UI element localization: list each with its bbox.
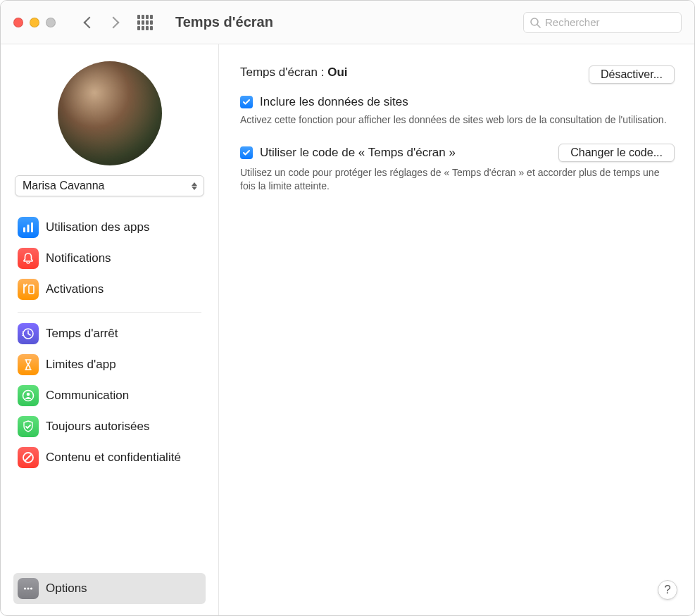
sidebar-item-app-limits[interactable]: Limites d'app [13, 349, 206, 380]
search-icon [530, 17, 541, 28]
bell-icon [18, 248, 39, 269]
user-picker-label: Marisa Cavanna [23, 180, 105, 192]
svg-point-16 [30, 587, 32, 589]
search-placeholder: Rechercher [545, 16, 600, 28]
titlebar: Temps d'écran Rechercher [1, 1, 694, 44]
passcode-setting: Utiliser le code de « Temps d'écran » Ch… [240, 144, 675, 193]
clock-icon [18, 323, 39, 344]
user-picker[interactable]: Marisa Cavanna [15, 175, 204, 196]
sidebar-item-label: Contenu et confidentialité [46, 451, 181, 465]
svg-line-1 [537, 25, 540, 27]
sidebar-item-pickups[interactable]: Activations [13, 274, 206, 305]
include-website-data-description: Activez cette fonction pour afficher les… [240, 113, 675, 127]
dropdown-arrows-icon [188, 179, 201, 193]
sidebar-item-communication[interactable]: Communication [13, 380, 206, 411]
sidebar-item-content-privacy[interactable]: Contenu et confidentialité [13, 442, 206, 473]
sidebar-item-label: Communication [46, 389, 129, 403]
minimize-window-button[interactable] [30, 18, 39, 27]
include-website-data-label: Inclure les données de sites [260, 95, 408, 109]
pickup-icon [18, 279, 39, 300]
sidebar-item-always-allowed[interactable]: Toujours autorisées [13, 411, 206, 442]
close-window-button[interactable] [13, 18, 23, 27]
nav-arrows [85, 18, 118, 27]
search-input[interactable]: Rechercher [523, 12, 682, 33]
zoom-window-button [46, 18, 56, 27]
use-passcode-description: Utilisez un code pour protéger les régla… [240, 166, 675, 193]
sidebar: Marisa Cavanna Utilisation des apps Not [1, 44, 219, 615]
svg-point-11 [27, 393, 30, 396]
sidebar-item-label: Utilisation des apps [46, 220, 149, 234]
change-passcode-button[interactable]: Changer le code... [558, 144, 675, 162]
show-all-prefs-button[interactable] [137, 15, 153, 30]
options-pane: Temps d'écran : Oui Désactiver... Inclur… [219, 44, 694, 615]
sidebar-item-notifications[interactable]: Notifications [13, 243, 206, 274]
include-website-data-checkbox[interactable] [240, 96, 253, 108]
disable-button[interactable]: Désactiver... [589, 65, 675, 84]
svg-line-13 [25, 454, 32, 461]
svg-rect-2 [23, 227, 25, 232]
sidebar-item-label: Options [46, 582, 87, 596]
svg-rect-5 [29, 285, 34, 294]
bar-chart-icon [18, 217, 39, 238]
sidebar-item-label: Toujours autorisées [46, 420, 149, 434]
help-icon: ? [664, 583, 670, 597]
sidebar-item-label: Activations [46, 282, 104, 296]
user-avatar [58, 61, 162, 165]
hourglass-icon [18, 354, 39, 375]
include-website-data-setting: Inclure les données de sites Activez cet… [240, 95, 675, 127]
ellipsis-icon [18, 578, 39, 599]
use-passcode-label: Utiliser le code de « Temps d'écran » [260, 146, 456, 160]
forward-button [108, 16, 120, 28]
preferences-window: Temps d'écran Rechercher Marisa Cavanna [0, 0, 695, 616]
screen-time-status: Temps d'écran : Oui [240, 65, 348, 80]
sidebar-item-downtime[interactable]: Temps d'arrêt [13, 318, 206, 349]
sidebar-divider [18, 312, 201, 313]
window-title: Temps d'écran [175, 14, 273, 30]
back-button[interactable] [84, 16, 96, 28]
sidebar-item-label: Limites d'app [46, 358, 116, 372]
help-button[interactable]: ? [658, 580, 677, 600]
svg-point-14 [24, 587, 26, 589]
sidebar-item-label: Temps d'arrêt [46, 327, 118, 341]
sidebar-item-app-usage[interactable]: Utilisation des apps [13, 212, 206, 243]
check-shield-icon [18, 416, 39, 437]
svg-rect-4 [31, 222, 33, 232]
window-controls [13, 18, 56, 27]
use-passcode-checkbox[interactable] [240, 146, 253, 159]
sidebar-item-label: Notifications [46, 251, 111, 265]
no-entry-icon [18, 447, 39, 468]
svg-rect-3 [27, 225, 30, 232]
sidebar-item-options[interactable]: Options [13, 573, 206, 604]
svg-line-7 [22, 332, 23, 332]
svg-point-15 [27, 587, 29, 589]
person-circle-icon [18, 385, 39, 406]
svg-line-9 [22, 335, 23, 336]
